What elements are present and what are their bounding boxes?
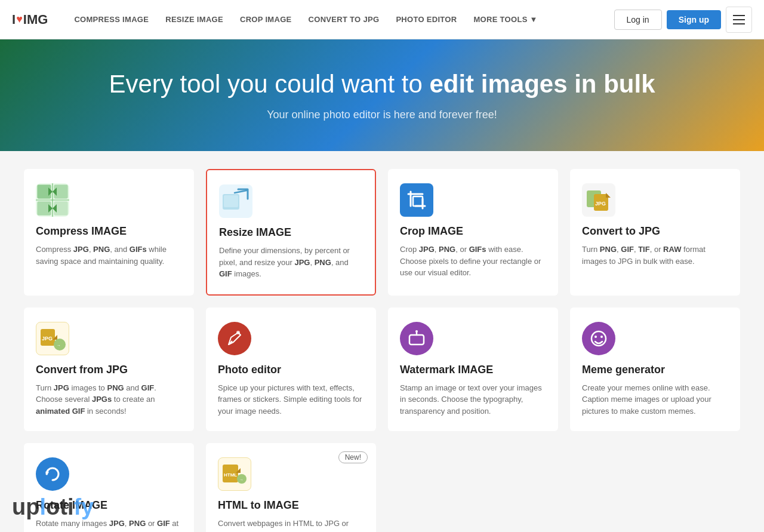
tool-title-rotate: Rotate IMAGE (36, 499, 182, 512)
hero-headline: Every tool you could want to edit images… (24, 69, 740, 99)
tools-section: Compress IMAGE Compress JPG, PNG, and GI… (0, 151, 764, 532)
photo-editor-icon (225, 329, 244, 348)
nav-convert[interactable]: CONVERT TO JPG (300, 0, 388, 39)
meme-icon (589, 329, 608, 348)
tool-card-html-to-image[interactable]: New! HTML → HTML to IMAGE Convert webpag… (206, 443, 376, 532)
hero-subheadline: Your online photo editor is here and for… (24, 109, 740, 121)
tool-desc-meme: Create your memes online with ease. Capt… (582, 382, 728, 417)
meme-icon-wrapper (582, 322, 615, 355)
login-button[interactable]: Log in (614, 10, 662, 30)
tool-desc-html-to-image: Convert webpages in HTML to JPG or SVG. … (218, 518, 364, 532)
svg-rect-29 (409, 335, 424, 345)
convert-jpg-icon-wrapper: JPG (582, 183, 615, 217)
tool-desc-resize: Define your dimensions, by percent or pi… (219, 245, 363, 280)
compress-icon-wrapper (36, 183, 69, 217)
nav-editor[interactable]: PHOTO EDITOR (387, 0, 465, 39)
svg-text:→: → (239, 478, 244, 482)
navbar: I♥IMG COMPRESS IMAGE RESIZE IMAGE CROP I… (0, 0, 764, 39)
tool-card-convert-jpg[interactable]: JPG Convert to JPG Turn PNG, GIF, TIF, o… (570, 169, 740, 296)
tool-title-meme: Meme generator (582, 364, 728, 376)
compress-icon (36, 183, 69, 217)
svg-text:→: → (57, 343, 61, 348)
svg-point-27 (236, 331, 240, 334)
logo-img: IMG (23, 12, 48, 27)
tool-desc-compress: Compress JPG, PNG, and GIFs while saving… (36, 244, 182, 267)
convert-jpg-icon: JPG (584, 186, 613, 214)
tool-desc-watermark: Stamp an image or text over your images … (400, 382, 546, 417)
tools-grid: Compress IMAGE Compress JPG, PNG, and GI… (24, 169, 740, 532)
resize-icon (219, 184, 252, 218)
nav-resize[interactable]: RESIZE IMAGE (157, 0, 232, 39)
tool-desc-convert-from-jpg: Turn JPG images to PNG and GIF. Choose s… (36, 382, 182, 417)
tool-title-compress: Compress IMAGE (36, 225, 182, 238)
svg-point-33 (594, 336, 597, 338)
chevron-down-icon: ▼ (530, 15, 538, 24)
signup-button[interactable]: Sign up (667, 10, 721, 29)
tool-title-convert-from-jpg: Convert from JPG (36, 364, 182, 376)
svg-marker-21 (606, 193, 611, 198)
rotate-icon-wrapper (36, 457, 69, 491)
tool-title-photo-editor: Photo editor (218, 364, 364, 376)
watermark-icon (407, 329, 426, 348)
navbar-actions: Log in Sign up (614, 7, 752, 33)
html-to-image-icon-wrapper: HTML → (218, 457, 251, 491)
crop-icon (406, 189, 427, 211)
svg-point-34 (600, 336, 603, 338)
svg-text:HTML: HTML (224, 472, 237, 478)
tool-title-watermark: Watermark IMAGE (400, 364, 546, 376)
photo-editor-icon-wrapper (218, 322, 251, 355)
tool-card-photo-editor[interactable]: Photo editor Spice up your pictures with… (206, 307, 376, 432)
hamburger-line (733, 15, 745, 16)
tool-title-resize: Resize IMAGE (219, 226, 363, 239)
tool-card-meme[interactable]: Meme generator Create your memes online … (570, 307, 740, 432)
logo-i: I (12, 12, 16, 27)
tool-card-watermark[interactable]: Watermark IMAGE Stamp an image or text o… (388, 307, 558, 432)
rotate-icon (43, 465, 62, 484)
html-to-image-icon: HTML → (220, 460, 249, 488)
watermark-icon-wrapper (400, 322, 433, 355)
convert-from-jpg-icon-wrapper: JPG → (36, 322, 69, 355)
tool-desc-rotate: Rotate many images JPG, PNG or GIF at sa… (36, 518, 182, 532)
navbar-links: COMPRESS IMAGE RESIZE IMAGE CROP IMAGE C… (66, 0, 614, 39)
svg-text:JPG: JPG (42, 336, 53, 342)
resize-icon-wrapper (219, 184, 252, 218)
tool-desc-photo-editor: Spice up your pictures with text, effect… (218, 382, 364, 417)
tool-title-crop: Crop IMAGE (400, 225, 546, 238)
hero-banner: Every tool you could want to edit images… (0, 39, 764, 151)
nav-compress[interactable]: COMPRESS IMAGE (66, 0, 157, 39)
tool-card-convert-from-jpg[interactable]: JPG → Convert from JPG Turn JPG images t… (24, 307, 194, 432)
crop-icon-wrapper (400, 183, 433, 217)
tool-card-crop[interactable]: Crop IMAGE Crop JPG, PNG, or GIFs with e… (388, 169, 558, 296)
tool-card-compress[interactable]: Compress IMAGE Compress JPG, PNG, and GI… (24, 169, 194, 296)
tool-card-rotate[interactable]: Rotate IMAGE Rotate many images JPG, PNG… (24, 443, 194, 532)
hamburger-line (733, 23, 745, 24)
hamburger-line (733, 19, 745, 20)
tool-desc-convert-jpg: Turn PNG, GIF, TIF, or RAW format images… (582, 244, 728, 267)
convert-from-jpg-icon: JPG → (38, 324, 67, 353)
logo-heart: ♥ (16, 13, 23, 26)
hamburger-menu-button[interactable] (726, 7, 752, 33)
nav-more-tools[interactable]: MORE TOOLS ▼ (465, 0, 546, 39)
new-badge: New! (338, 451, 368, 463)
svg-point-31 (415, 330, 418, 333)
nav-crop[interactable]: CROP IMAGE (232, 0, 300, 39)
tool-title-convert-jpg: Convert to JPG (582, 225, 728, 238)
logo[interactable]: I♥IMG (12, 12, 48, 27)
svg-text:JPG: JPG (595, 201, 606, 207)
tool-card-resize[interactable]: Resize IMAGE Define your dimensions, by … (206, 169, 376, 296)
tool-title-html-to-image: HTML to IMAGE (218, 499, 364, 512)
tool-desc-crop: Crop JPG, PNG, or GIFs with ease. Choose… (400, 244, 546, 279)
svg-rect-15 (413, 196, 423, 206)
svg-rect-11 (224, 195, 238, 207)
